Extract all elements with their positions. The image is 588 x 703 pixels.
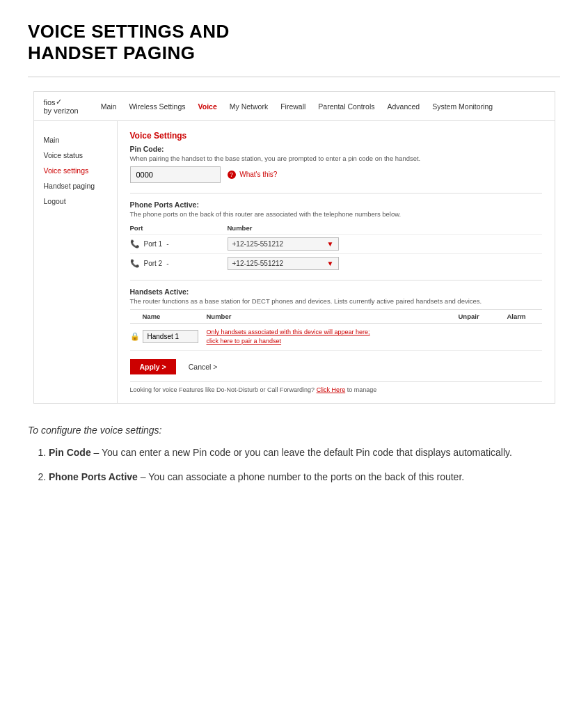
col-alarm-header: Alarm xyxy=(507,313,542,320)
sidebar-item-logout[interactable]: Logout xyxy=(34,193,117,209)
button-row: Apply > Cancel > xyxy=(130,359,542,374)
content-section-title: Voice Settings xyxy=(130,131,542,141)
instruction-item-2: Phone Ports Active – You can associate a… xyxy=(49,470,560,484)
question-icon: ? xyxy=(228,171,236,179)
phone-icon-2: 📞 xyxy=(130,259,140,268)
footer-text: Looking for voice Features like Do-Not-D… xyxy=(130,386,315,393)
ports-table-header: Port Number xyxy=(130,222,542,234)
handset1-name-input[interactable] xyxy=(143,330,198,343)
phone-ports-section: Phone Ports Active: The phone ports on t… xyxy=(130,200,542,273)
port1-name: Port 1 xyxy=(144,240,163,248)
port2-dropdown-arrow: ▼ xyxy=(327,260,334,267)
nav-voice[interactable]: Voice xyxy=(198,102,217,111)
footer-link[interactable]: Click Here xyxy=(317,386,346,393)
logo-sub: by verizon xyxy=(44,106,79,115)
instructions: To configure the voice settings: Pin Cod… xyxy=(28,425,560,484)
port2-number-value: +12-125-551212 xyxy=(232,260,284,267)
nav-wireless-settings[interactable]: Wireless Settings xyxy=(129,102,185,111)
sidebar-item-main[interactable]: Main xyxy=(34,132,117,148)
sidebar-item-voice-settings[interactable]: Voice settings xyxy=(34,163,117,178)
col-name-header: Name xyxy=(130,313,207,320)
sidebar: Main Voice status Voice settings Handset… xyxy=(34,121,118,402)
footer-note: Looking for voice Features like Do-Not-D… xyxy=(130,381,542,393)
whats-this-link[interactable]: ? What's this? xyxy=(228,171,278,179)
handsets-section: Handsets Active: The router functions as… xyxy=(130,287,542,350)
cancel-button[interactable]: Cancel > xyxy=(182,359,225,374)
instruction-2-bold: Phone Ports Active xyxy=(49,471,138,482)
pin-code-desc: When pairing the handset to the base sta… xyxy=(130,155,542,162)
logo-brand: fios xyxy=(44,98,56,106)
pin-code-label: Pin Code: xyxy=(130,145,542,153)
nav-my-network[interactable]: My Network xyxy=(230,102,268,111)
fios-logo: fios ✓ by verizon xyxy=(44,97,79,115)
phone-icon-1: 📞 xyxy=(130,239,140,248)
handset-icon: 🔒 xyxy=(130,332,143,341)
handset-pair-link-line1[interactable]: Only handsets associated with this devic… xyxy=(207,328,542,337)
nav-main[interactable]: Main xyxy=(101,102,117,111)
router-nav: fios ✓ by verizon Main Wireless Settings… xyxy=(34,92,555,121)
port-row-2: 📞 Port 2 - +12-125-551212 ▼ xyxy=(130,253,542,273)
port1-number-value: +12-125-551212 xyxy=(232,240,284,248)
handset-row-1: 🔒 Only handsets associated with this dev… xyxy=(130,324,542,350)
instruction-1-text: – You can enter a new Pin code or you ca… xyxy=(94,447,512,458)
port-row-1: 📞 Port 1 - +12-125-551212 ▼ xyxy=(130,234,542,253)
handsets-desc: The router functions as a base station f… xyxy=(130,297,542,305)
pin-row: ? What's this? xyxy=(130,166,542,183)
col-unpair-header: Unpair xyxy=(459,313,507,320)
footer-text2: to manage xyxy=(347,386,377,393)
pin-code-section: Pin Code: When pairing the handset to th… xyxy=(130,145,542,183)
nav-parental-controls[interactable]: Parental Controls xyxy=(318,102,374,111)
instruction-2-text: – You can associate a phone number to th… xyxy=(141,471,464,482)
col-number-header-h: Number xyxy=(207,313,459,320)
apply-button[interactable]: Apply > xyxy=(130,359,176,374)
port2-number-select[interactable]: +12-125-551212 ▼ xyxy=(228,257,339,270)
logo-checkmark: ✓ xyxy=(56,97,62,106)
sidebar-item-voice-status[interactable]: Voice status xyxy=(34,148,117,163)
section-divider-1 xyxy=(130,193,542,193)
title-divider xyxy=(28,77,560,77)
page-title: VOICE SETTINGS AND HANDSET PAGING xyxy=(28,21,560,64)
nav-advanced[interactable]: Advanced xyxy=(387,102,420,111)
port1-number-select[interactable]: +12-125-551212 ▼ xyxy=(228,237,339,251)
voice-settings-content: Voice Settings Pin Code: When pairing th… xyxy=(118,121,555,402)
pin-code-input[interactable] xyxy=(130,166,221,183)
instruction-1-bold: Pin Code xyxy=(49,447,91,458)
instruction-item-1: Pin Code – You can enter a new Pin code … xyxy=(49,445,560,460)
phone-ports-desc: The phone ports on the back of this rout… xyxy=(130,210,542,218)
handsets-table-header: Name Number Unpair Alarm xyxy=(130,309,542,324)
phone-ports-label: Phone Ports Active: xyxy=(130,200,542,209)
port2-name: Port 2 xyxy=(144,260,163,267)
router-body: Main Voice status Voice settings Handset… xyxy=(34,121,555,402)
section-divider-2 xyxy=(130,280,542,281)
col-number-header: Number xyxy=(228,224,542,232)
nav-firewall[interactable]: Firewall xyxy=(280,102,305,111)
ports-table: Port Number 📞 Port 1 - +12-125-551212 xyxy=(130,222,542,273)
instructions-intro: To configure the voice settings: xyxy=(28,425,560,436)
sidebar-item-handset-paging[interactable]: Handset paging xyxy=(34,178,117,193)
port1-dropdown-arrow: ▼ xyxy=(327,240,334,248)
col-port-header: Port xyxy=(130,224,228,232)
nav-system-monitoring[interactable]: System Monitoring xyxy=(432,102,493,111)
handsets-label: Handsets Active: xyxy=(130,287,542,296)
handset-pair-link-line2[interactable]: click here to pair a handset xyxy=(207,337,542,346)
router-ui-mockup: fios ✓ by verizon Main Wireless Settings… xyxy=(33,91,555,403)
